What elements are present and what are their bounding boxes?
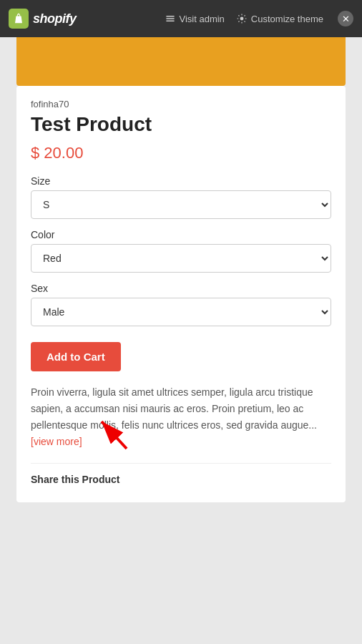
customize-theme-label: Customize theme [251,14,323,24]
color-option-group: Color Red Blue Green [31,229,331,273]
svg-line-2 [102,421,127,449]
product-card: fofinha70 Test Product $ 20.00 Size S M … [16,86,346,502]
product-description: Proin viverra, ligula sit amet ultrices … [31,384,331,450]
color-label: Color [31,229,331,240]
sex-option-group: Sex Male Female [31,283,331,326]
sex-label: Sex [31,283,331,294]
size-option-group: Size S M L XL [31,175,331,219]
visit-admin-label: Visit admin [180,14,225,24]
visit-admin-link[interactable]: Visit admin [165,13,225,24]
share-label: Share this Product [31,474,119,485]
product-price: $ 20.00 [31,144,331,162]
shopify-logo: shopify [9,9,77,29]
shopify-bag-icon [9,9,29,29]
product-image [16,37,346,86]
view-more-link[interactable]: [view more] [31,436,82,447]
customize-theme-link[interactable]: Customize theme [236,13,323,24]
brand-name: shopify [33,11,77,26]
page-wrapper: shopify Visit admin Customize theme ✕ fo… [0,0,362,524]
size-label: Size [31,175,331,187]
vendor-name: fofinha70 [31,99,331,109]
add-to-cart-button[interactable]: Add to Cart [31,342,121,371]
svg-point-0 [240,17,243,21]
content-wrapper: fofinha70 Test Product $ 20.00 Size S M … [0,37,362,524]
size-select[interactable]: S M L XL [31,190,331,219]
close-button[interactable]: ✕ [338,11,353,26]
product-title: Test Product [31,112,331,137]
sex-select[interactable]: Male Female [31,298,331,326]
topbar: shopify Visit admin Customize theme ✕ [0,0,362,37]
color-select[interactable]: Red Blue Green [31,244,331,273]
annotation-arrow-icon [91,413,130,452]
share-section: Share this Product [31,463,331,485]
description-text: Proin viverra, ligula sit amet ultrices … [31,386,317,431]
